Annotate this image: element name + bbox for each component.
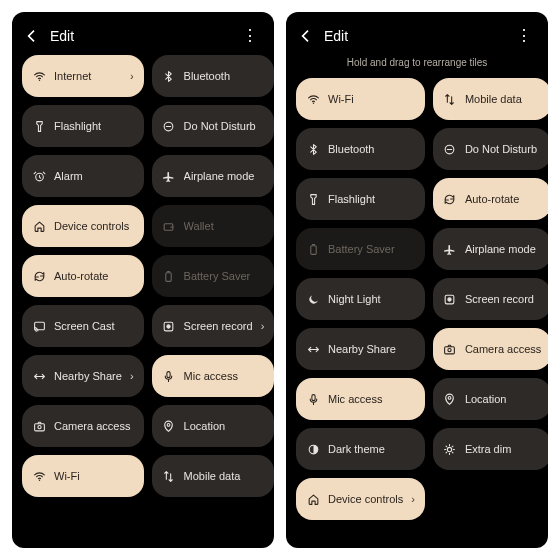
tile-bluetooth[interactable]: Bluetooth: [296, 128, 425, 170]
svg-point-23: [448, 447, 452, 451]
location-icon: [443, 393, 457, 406]
tile-label: Device controls: [54, 220, 134, 232]
tile-home[interactable]: Device controls›: [296, 478, 425, 520]
tile-dnd[interactable]: Do Not Disturb: [433, 128, 548, 170]
tile-label: Screen record: [184, 320, 253, 332]
data-icon: [162, 470, 176, 483]
svg-point-17: [448, 297, 451, 300]
tile-extradim[interactable]: Extra dim: [433, 428, 548, 470]
wallet-icon: [162, 220, 176, 233]
tile-wifi[interactable]: Internet›: [22, 55, 144, 97]
tile-mic[interactable]: Mic access: [296, 378, 425, 420]
home-icon: [32, 220, 46, 233]
tile-airplane[interactable]: Airplane mode: [152, 155, 274, 197]
tile-label: Nearby Share: [328, 343, 415, 355]
chevron-right-icon: ›: [411, 493, 415, 505]
dnd-icon: [162, 120, 176, 133]
tile-label: Mobile data: [184, 470, 265, 482]
tile-wifi[interactable]: Wi-Fi: [22, 455, 144, 497]
rearrange-hint: Hold and drag to rearrange tiles: [286, 55, 548, 78]
back-icon[interactable]: [24, 28, 40, 44]
tile-data[interactable]: Mobile data: [433, 78, 548, 120]
rotate-icon: [32, 270, 46, 283]
more-icon[interactable]: ⋮: [512, 26, 536, 45]
tile-label: Mic access: [184, 370, 265, 382]
tile-label: Mic access: [328, 393, 415, 405]
cast-icon: [32, 320, 46, 333]
tile-home[interactable]: Device controls: [22, 205, 144, 247]
tile-darktheme[interactable]: Dark theme: [296, 428, 425, 470]
moon-icon: [306, 293, 320, 306]
more-icon[interactable]: ⋮: [238, 26, 262, 45]
tile-location[interactable]: Location: [433, 378, 548, 420]
tile-rotate[interactable]: Auto-rotate: [433, 178, 548, 220]
tile-label: Battery Saver: [328, 243, 415, 255]
svg-point-21: [449, 396, 452, 399]
tile-label: Screen record: [465, 293, 541, 305]
svg-rect-15: [310, 245, 315, 254]
tile-label: Flashlight: [328, 193, 415, 205]
tile-airplane[interactable]: Airplane mode: [433, 228, 548, 270]
tile-camera[interactable]: Camera access: [433, 328, 548, 370]
tile-record[interactable]: Screen record: [433, 278, 548, 320]
tile-label: Do Not Disturb: [465, 143, 541, 155]
svg-rect-9: [34, 423, 44, 430]
tile-data[interactable]: Mobile data: [152, 455, 274, 497]
tile-label: Screen Cast: [54, 320, 134, 332]
tile-rotate[interactable]: Auto-rotate: [22, 255, 144, 297]
back-icon[interactable]: [298, 28, 314, 44]
tile-camera[interactable]: Camera access: [22, 405, 144, 447]
tile-mic[interactable]: Mic access: [152, 355, 274, 397]
tile-label: Auto-rotate: [465, 193, 541, 205]
tile-bluetooth[interactable]: Bluetooth: [152, 55, 274, 97]
bluetooth-icon: [306, 143, 320, 156]
tile-grid: Wi-FiMobile dataBluetoothDo Not DisturbF…: [286, 78, 548, 530]
chevron-right-icon: ›: [130, 370, 134, 382]
flashlight-icon: [32, 120, 46, 133]
tile-alarm[interactable]: Alarm: [22, 155, 144, 197]
tile-label: Location: [465, 393, 541, 405]
svg-rect-20: [311, 394, 314, 400]
wifi-icon: [306, 93, 320, 106]
tile-record[interactable]: Screen record›: [152, 305, 274, 347]
share-icon: [32, 370, 46, 383]
tile-dnd[interactable]: Do Not Disturb: [152, 105, 274, 147]
airplane-icon: [162, 170, 176, 183]
darktheme-icon: [306, 443, 320, 456]
battery-icon: [306, 243, 320, 256]
svg-point-12: [38, 479, 39, 480]
chevron-right-icon: ›: [261, 320, 265, 332]
phone-left: Edit ⋮ Internet›BluetoothFlashlightDo No…: [12, 12, 274, 548]
tile-label: Wi-Fi: [328, 93, 415, 105]
tile-moon[interactable]: Night Light: [296, 278, 425, 320]
svg-point-11: [167, 423, 170, 426]
tile-label: Battery Saver: [184, 270, 265, 282]
tile-wifi[interactable]: Wi-Fi: [296, 78, 425, 120]
tile-flashlight[interactable]: Flashlight: [296, 178, 425, 220]
tile-cast[interactable]: Screen Cast: [22, 305, 144, 347]
tile-flashlight[interactable]: Flashlight: [22, 105, 144, 147]
header: Edit ⋮: [12, 12, 274, 55]
tile-label: Night Light: [328, 293, 415, 305]
svg-point-19: [448, 348, 451, 351]
record-icon: [443, 293, 457, 306]
wifi-icon: [32, 470, 46, 483]
tile-label: Location: [184, 420, 265, 432]
svg-point-0: [38, 79, 39, 80]
tile-wallet[interactable]: Wallet: [152, 205, 274, 247]
svg-rect-4: [166, 272, 171, 281]
tile-label: Extra dim: [465, 443, 541, 455]
airplane-icon: [443, 243, 457, 256]
tile-share[interactable]: Nearby Share›: [22, 355, 144, 397]
svg-point-10: [37, 425, 40, 428]
wifi-icon: [32, 70, 46, 83]
tile-battery[interactable]: Battery Saver: [296, 228, 425, 270]
tile-grid: Internet›BluetoothFlashlightDo Not Distu…: [12, 55, 274, 507]
tile-location[interactable]: Location: [152, 405, 274, 447]
rotate-icon: [443, 193, 457, 206]
tile-label: Mobile data: [465, 93, 541, 105]
tile-label: Wallet: [184, 220, 265, 232]
tile-battery[interactable]: Battery Saver: [152, 255, 274, 297]
mic-icon: [306, 393, 320, 406]
tile-share[interactable]: Nearby Share: [296, 328, 425, 370]
